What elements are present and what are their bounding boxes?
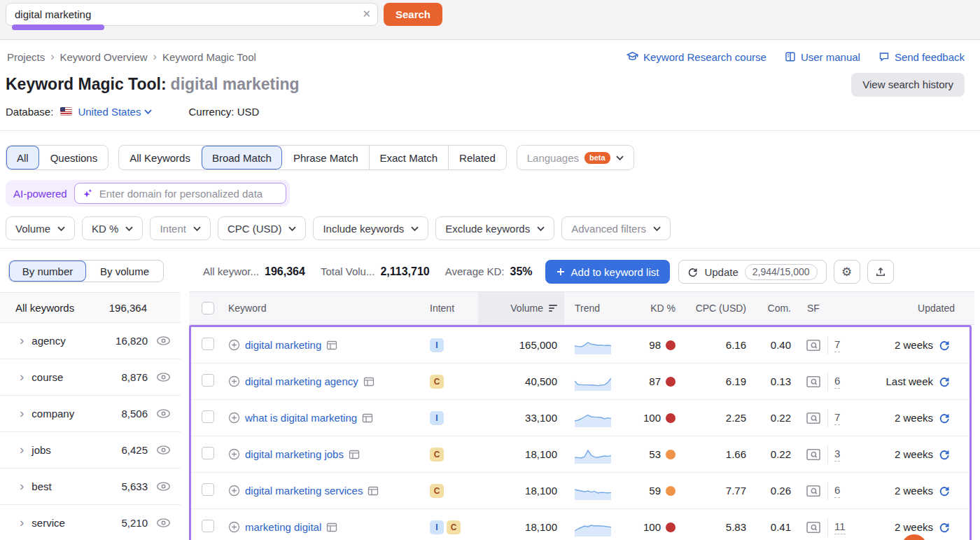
keyword-link[interactable]: digital marketing agency [245, 375, 358, 387]
add-keyword-icon[interactable] [228, 448, 240, 460]
keyword-link[interactable]: digital marketing jobs [245, 448, 344, 460]
eye-icon[interactable] [156, 372, 171, 382]
row-checkbox[interactable] [202, 483, 214, 496]
chevron-right-icon[interactable]: › [20, 479, 24, 492]
sf-count[interactable]: 3 [834, 448, 840, 462]
chevron-right-icon[interactable]: › [20, 370, 24, 383]
serp-features-icon[interactable] [806, 339, 821, 352]
ai-powered-label: AI-powered [13, 188, 67, 200]
serp-preview-icon[interactable] [363, 377, 374, 387]
chevron-right-icon[interactable]: › [20, 333, 24, 347]
database-selector[interactable]: United States [78, 106, 152, 118]
serp-preview-icon[interactable] [362, 413, 373, 423]
row-checkbox[interactable] [202, 410, 214, 423]
search-button[interactable]: Search [384, 3, 442, 26]
select-all-checkbox[interactable] [202, 302, 214, 314]
eye-icon[interactable] [156, 408, 171, 419]
serp-preview-icon[interactable] [326, 522, 337, 532]
chevron-right-icon[interactable]: › [20, 515, 24, 529]
intent-badge-commercial: C [447, 520, 461, 534]
row-checkbox[interactable] [202, 520, 214, 532]
keyword-groups-sidebar: By number By volume All keywords 196,364… [0, 249, 181, 540]
domain-input[interactable] [99, 188, 279, 200]
add-to-keyword-list-button[interactable]: Add to keyword list [545, 260, 671, 284]
keyword-group-row[interactable]: › company 8,506 [0, 396, 181, 432]
filter-dropdown[interactable]: Volume [6, 216, 75, 240]
add-keyword-icon[interactable] [228, 339, 240, 351]
serp-preview-icon[interactable] [368, 486, 379, 496]
update-quota: 2,944/15,000 [745, 264, 818, 280]
tab[interactable]: All [6, 146, 39, 169]
tab[interactable]: Phrase Match [282, 146, 369, 169]
row-checkbox[interactable] [202, 338, 214, 350]
add-keyword-icon[interactable] [228, 412, 240, 424]
eye-icon[interactable] [156, 481, 171, 492]
keyword-group-row[interactable]: › agency 16,820 [0, 323, 181, 359]
serp-features-icon[interactable] [806, 521, 821, 534]
row-checkbox[interactable] [202, 374, 214, 387]
serp-preview-icon[interactable] [349, 450, 360, 459]
row-checkbox[interactable] [202, 447, 214, 459]
breadcrumb-item[interactable]: Keyword Magic Tool [162, 51, 256, 63]
kd-value: 100 [643, 521, 661, 533]
sf-count[interactable]: 6 [834, 375, 840, 389]
filter-dropdown[interactable]: Exclude keywords [435, 216, 554, 240]
serp-features-icon[interactable] [806, 412, 821, 424]
serp-features-icon[interactable] [806, 375, 821, 388]
eye-icon[interactable] [156, 518, 171, 528]
sort-toggle-option[interactable]: By number [9, 261, 86, 282]
sf-count[interactable]: 7 [834, 411, 840, 425]
serp-preview-icon[interactable] [326, 340, 337, 350]
chevron-right-icon[interactable]: › [20, 443, 24, 456]
keyword-link[interactable]: marketing digital [245, 521, 321, 533]
tab[interactable]: Questions [39, 146, 108, 169]
tab[interactable]: Broad Match [201, 146, 282, 169]
keyword-group-row[interactable]: › best 5,633 [0, 469, 181, 505]
eye-icon[interactable] [156, 445, 171, 455]
sf-count[interactable]: 11 [834, 520, 846, 534]
keyword-group-row[interactable]: › course 8,876 [0, 359, 181, 396]
average-kd-stat-value: 35% [510, 265, 533, 278]
serp-features-icon[interactable] [806, 485, 821, 497]
languages-dropdown[interactable]: Languages beta [517, 145, 634, 170]
add-keyword-icon[interactable] [228, 521, 240, 533]
sort-toggle: By number By volume [8, 260, 164, 282]
export-button[interactable] [867, 260, 894, 284]
user-manual-link[interactable]: User manual [785, 51, 860, 63]
keyword-link[interactable]: what is digital marketing [245, 412, 357, 424]
keyword-research-course-link[interactable]: Keyword Research course [626, 51, 766, 63]
keyword-link[interactable]: digital marketing [245, 339, 321, 351]
intent-badge-informational: I [430, 520, 444, 534]
search-input[interactable] [6, 3, 378, 26]
add-keyword-icon[interactable] [228, 375, 240, 387]
keyword-link[interactable]: digital marketing services [245, 485, 363, 497]
chevron-right-icon[interactable]: › [20, 406, 24, 420]
clear-icon[interactable]: ✕ [362, 8, 371, 20]
view-search-history-button[interactable]: View search history [851, 73, 965, 97]
update-button[interactable]: Update 2,944/15,000 [678, 260, 826, 284]
column-volume-sort[interactable]: Volume [478, 292, 564, 324]
add-keyword-icon[interactable] [228, 485, 240, 497]
filter-dropdown[interactable]: Intent [150, 216, 211, 240]
send-feedback-link[interactable]: Send feedback [878, 51, 965, 63]
breadcrumb-item[interactable]: Projects [7, 51, 45, 63]
sort-toggle-option[interactable]: By volume [86, 261, 163, 282]
keyword-group-row[interactable]: › jobs 6,425 [0, 432, 181, 469]
filter-dropdown[interactable]: Include keywords [313, 216, 428, 240]
keyword-group-row[interactable]: › service 5,210 [0, 505, 181, 540]
tab[interactable]: Related [448, 146, 506, 169]
eye-icon[interactable] [156, 335, 171, 346]
sf-count[interactable]: 6 [834, 484, 840, 498]
filter-dropdown[interactable]: KD % [82, 216, 143, 240]
all-keywords-group[interactable]: All keywords 196,364 [0, 292, 181, 323]
filter-dropdown[interactable]: CPC (USD) [218, 216, 307, 240]
volume-value: 165,000 [478, 339, 564, 351]
tab[interactable]: Exact Match [369, 146, 449, 169]
filter-dropdown[interactable]: Advanced filters [561, 216, 671, 240]
settings-button[interactable]: ⚙ [834, 260, 860, 284]
tab[interactable]: All Keywords [119, 146, 201, 169]
breadcrumb-item[interactable]: Keyword Overview [60, 51, 148, 63]
column-updated: Updated [847, 292, 974, 324]
sf-count[interactable]: 7 [834, 338, 840, 352]
serp-features-icon[interactable] [806, 448, 821, 461]
